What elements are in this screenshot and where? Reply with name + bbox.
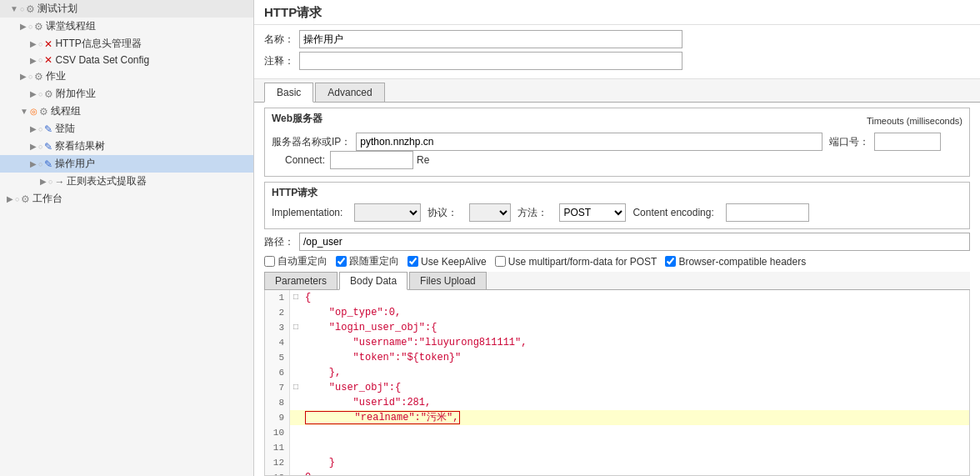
connect-input[interactable] xyxy=(330,151,413,169)
keepalive-label[interactable]: Use KeepAlive xyxy=(408,256,487,268)
code-line-10: 10 xyxy=(265,425,969,440)
path-row: 路径： xyxy=(264,233,970,251)
gear-icon: ⚙ xyxy=(44,88,53,100)
line-number-8: 8 xyxy=(265,395,290,410)
expand-icon: ▼ xyxy=(20,107,28,116)
port-label: 端口号： xyxy=(829,135,869,149)
code-line-8: 8 "userid":281, xyxy=(265,395,969,410)
right-panel: HTTP请求 名称： 注释： Basic Advanced Web服务器 Tim… xyxy=(254,0,980,476)
redirect-checkbox[interactable] xyxy=(264,256,275,267)
expand-icon: ▶ xyxy=(30,56,37,65)
expand-icon: ▼ xyxy=(10,4,18,13)
node-icon: ○ xyxy=(38,40,42,48)
multipart-checkbox[interactable] xyxy=(495,256,506,267)
tab-parameters[interactable]: Parameters xyxy=(264,272,338,289)
node-icon: ○ xyxy=(38,160,42,168)
code-editor[interactable]: 1□{2 "op_type":0,3□ "login_user_obj":{4 … xyxy=(264,290,970,476)
follow-redirect-label[interactable]: 跟随重定向 xyxy=(336,254,399,268)
tree-label-threadgroup1: 课堂线程组 xyxy=(46,19,96,33)
line-collapse-7[interactable]: □ xyxy=(290,380,302,395)
timeout-label: Timeouts (milliseconds) xyxy=(867,116,962,126)
tree-label-job: 作业 xyxy=(46,69,66,83)
redirect-checkbox-label[interactable]: 自动重定向 xyxy=(264,254,328,268)
tree-label-testplan: 测试计划 xyxy=(38,2,78,16)
browser-headers-label[interactable]: Browser-compatible headers xyxy=(665,256,806,268)
gear-icon-wb: ⚙ xyxy=(21,193,30,205)
panel-title: HTTP请求 xyxy=(254,0,980,25)
code-line-3: 3□ "login_user_obj":{ xyxy=(265,320,969,335)
tree-item-csvdata[interactable]: ▶ ○ ✕ CSV Data Set Config xyxy=(0,53,253,68)
expand-icon: ▶ xyxy=(30,142,37,151)
target-icon: ◎ xyxy=(30,107,38,116)
cross-icon: ✕ xyxy=(44,38,52,50)
protocol-select[interactable] xyxy=(469,203,511,222)
tree-item-testplan[interactable]: ▼ ○ ⚙ 测试计划 xyxy=(0,0,253,18)
tab-advanced[interactable]: Advanced xyxy=(315,83,384,102)
server-input[interactable] xyxy=(356,133,822,151)
code-line-1: 1□{ xyxy=(265,290,969,305)
line-number-9: 9 xyxy=(265,410,290,425)
line-collapse-1[interactable]: □ xyxy=(290,290,302,305)
tree-item-subjob[interactable]: ▶ ○ ⚙ 附加作业 xyxy=(0,85,253,103)
arrow-icon: → xyxy=(54,176,64,188)
tree-label-login: 登陆 xyxy=(55,122,75,136)
code-line-6: 6 }, xyxy=(265,365,969,380)
multipart-label[interactable]: Use multipart/form-data for POST xyxy=(495,256,658,268)
line-number-13: 13 xyxy=(265,470,290,476)
encoding-input[interactable] xyxy=(726,203,809,222)
method-label: 方法： xyxy=(518,206,548,220)
gear-icon: ⚙ xyxy=(39,106,48,118)
port-input[interactable] xyxy=(874,133,941,151)
tree-item-workbench[interactable]: ▶ ○ ⚙ 工作台 xyxy=(0,190,253,208)
tree-label-csvdata: CSV Data Set Config xyxy=(55,54,149,66)
line-content-7: "user_obj":{ xyxy=(302,380,401,395)
path-label: 路径： xyxy=(264,235,294,249)
tree-label-regex: 正则表达式提取器 xyxy=(67,174,147,188)
expand-icon: ▶ xyxy=(30,124,37,133)
redirect-label: 自动重定向 xyxy=(278,254,328,268)
impl-select[interactable] xyxy=(354,203,421,222)
server-label: 服务器名称或IP： xyxy=(272,135,351,149)
left-panel: ▼ ○ ⚙ 测试计划 ▶ ○ ⚙ 课堂线程组 ▶ ○ ✕ HTTP信息头管理器 … xyxy=(0,0,254,476)
line-number-6: 6 xyxy=(265,365,290,380)
tab-basic[interactable]: Basic xyxy=(264,83,313,103)
tree-item-job[interactable]: ▶ ○ ⚙ 作业 xyxy=(0,68,253,85)
follow-redirect-checkbox[interactable] xyxy=(336,256,347,267)
tree-item-httpheader[interactable]: ▶ ○ ✕ HTTP信息头管理器 xyxy=(0,35,253,53)
node-icon: ○ xyxy=(38,56,42,64)
keepalive-checkbox[interactable] xyxy=(408,256,418,267)
node-icon: ○ xyxy=(28,73,32,81)
tree-item-threadgroup2[interactable]: ▼ ◎ ⚙ 线程组 xyxy=(0,103,253,120)
line-content-9: "realname":"污米", xyxy=(302,410,460,425)
line-content-3: "login_user_obj":{ xyxy=(302,320,437,335)
tab-body-data[interactable]: Body Data xyxy=(339,272,408,290)
read-label: Re xyxy=(417,154,429,166)
gear-icon: ⚙ xyxy=(26,3,35,15)
line-number-11: 11 xyxy=(265,440,290,455)
pencil-icon: ✎ xyxy=(44,141,52,153)
tree-item-login[interactable]: ▶ ○ ✎ 登陆 xyxy=(0,120,253,138)
node-icon: ○ xyxy=(38,125,42,133)
code-line-4: 4 "username":"liuyurong811111", xyxy=(265,335,969,350)
browser-headers-checkbox[interactable] xyxy=(665,256,676,267)
code-line-12: 12 } xyxy=(265,455,969,470)
tree-item-resulttree[interactable]: ▶ ○ ✎ 察看结果树 xyxy=(0,138,253,155)
name-label: 名称： xyxy=(264,33,294,47)
tree-item-opuser[interactable]: ▶ ○ ✎ 操作用户 xyxy=(0,155,253,173)
line-number-12: 12 xyxy=(265,455,290,470)
line-number-10: 10 xyxy=(265,425,290,440)
tree-label-opuser: 操作用户 xyxy=(55,157,95,171)
expand-icon: ▶ xyxy=(30,89,37,98)
code-line-7: 7□ "user_obj":{ xyxy=(265,380,969,395)
tree-item-regex[interactable]: ▶ ○ → 正则表达式提取器 xyxy=(0,173,253,190)
method-select[interactable]: POST GET PUT DELETE xyxy=(559,203,626,222)
line-collapse-3[interactable]: □ xyxy=(290,320,302,335)
name-input[interactable] xyxy=(299,30,682,48)
tree-item-threadgroup1[interactable]: ▶ ○ ⚙ 课堂线程组 xyxy=(0,18,253,35)
line-content-13: 0 xyxy=(302,470,311,476)
tab-files-upload[interactable]: Files Upload xyxy=(409,272,487,289)
line-number-7: 7 xyxy=(265,380,290,395)
name-section: 名称： 注释： xyxy=(254,25,980,79)
path-input[interactable] xyxy=(299,233,970,251)
comment-input[interactable] xyxy=(299,52,682,70)
